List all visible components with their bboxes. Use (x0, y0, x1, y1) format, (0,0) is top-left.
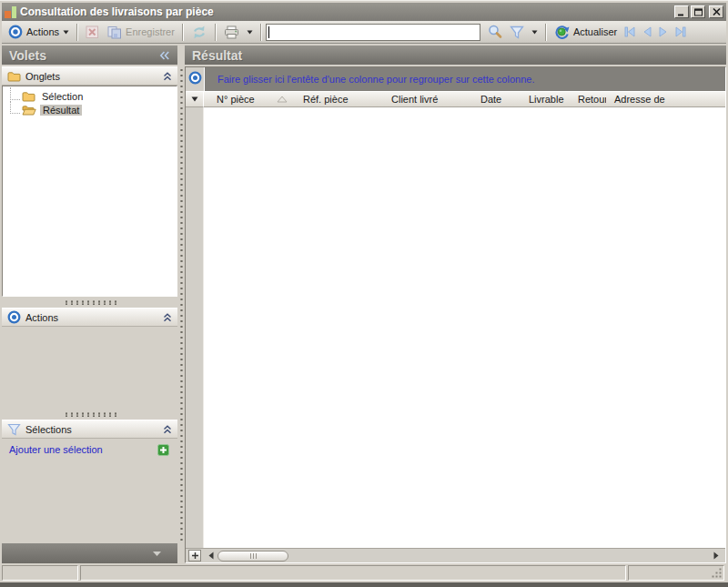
chevron-down-icon (152, 551, 162, 557)
minimize-button[interactable] (674, 5, 689, 18)
section-header-onglets[interactable]: Onglets (2, 66, 177, 86)
scroll-right-button[interactable] (710, 552, 723, 560)
window-title: Consultation des livraisons par pièce (20, 5, 671, 18)
green-plus-icon (157, 444, 169, 456)
double-chevron-up-icon (163, 425, 172, 434)
resize-grip-icon[interactable] (711, 567, 723, 579)
sync-button[interactable] (187, 24, 211, 41)
scrollbar-thumb[interactable] (217, 551, 288, 562)
collapse-section-button[interactable] (163, 313, 172, 322)
splitter-grip (64, 412, 116, 417)
scroll-left-button[interactable] (205, 552, 217, 560)
grid-body (186, 107, 725, 548)
column-label: Client livré (391, 94, 438, 105)
tree-item-selection[interactable]: Sélection (10, 89, 177, 103)
tree-item-resultat[interactable]: Résultat (10, 103, 177, 116)
column-header-retour[interactable]: Retour (570, 92, 606, 107)
double-chevron-up-icon (163, 313, 172, 322)
column-header-client-livre[interactable]: Client livré (383, 92, 472, 107)
column-label: Retour (578, 94, 606, 105)
nav-next-button[interactable] (655, 25, 672, 39)
nav-last-icon (674, 26, 687, 37)
nav-last-button[interactable] (672, 25, 690, 39)
close-button[interactable] (709, 5, 723, 18)
window-bottom-border (0, 582, 728, 587)
arrow-right-icon (713, 552, 720, 560)
collapse-section-button[interactable] (163, 72, 172, 81)
thumb-grip (256, 553, 257, 559)
close-icon (713, 8, 721, 15)
horizontal-splitter[interactable] (2, 409, 177, 420)
grid-rows-area[interactable] (204, 107, 725, 548)
chevron-down-icon (63, 30, 69, 35)
search-box (266, 24, 480, 41)
grid-options-button[interactable] (186, 67, 204, 91)
status-bar (2, 563, 726, 582)
filter-options-button[interactable] (528, 28, 541, 36)
column-headers: N° pièce Réf. pièce Client livré (204, 92, 725, 107)
column-label: N° pièce (217, 94, 255, 105)
arrow-down-icon (191, 96, 198, 102)
delete-icon (86, 25, 99, 39)
delete-button[interactable] (82, 24, 103, 41)
toolbar-separator (545, 24, 547, 41)
column-header-ref-piece[interactable]: Réf. pièce (295, 92, 383, 107)
refresh-button[interactable]: Actualiser (551, 23, 621, 41)
save-icon (106, 25, 122, 39)
refresh-label: Actualiser (573, 26, 617, 37)
nav-first-button[interactable] (621, 25, 639, 39)
tree-item-label: Résultat (40, 105, 82, 116)
chevron-down-icon (247, 30, 253, 35)
result-grid: Faire glisser ici l'entête d'une colonne… (185, 66, 726, 563)
section-header-actions[interactable]: Actions (2, 308, 177, 327)
filter-button[interactable] (506, 24, 528, 41)
section-header-selections[interactable]: Sélections (2, 420, 177, 439)
plus-icon (191, 552, 199, 560)
add-selection-button[interactable] (157, 444, 169, 456)
funnel-icon (510, 25, 524, 39)
column-header-adresse[interactable]: Adresse de (606, 92, 725, 107)
search-button[interactable] (484, 23, 506, 41)
sidebar-panel: Volets Onglets (2, 46, 177, 563)
row-indicator-header[interactable] (186, 92, 204, 107)
print-options-button[interactable] (243, 28, 257, 36)
grid-header-row: N° pièce Réf. pièce Client livré (186, 91, 725, 107)
add-selection-row: Ajouter une sélection (2, 439, 177, 460)
splitter-grip (180, 67, 183, 543)
printer-icon (224, 25, 239, 39)
add-row-button[interactable] (188, 550, 201, 562)
column-header-date[interactable]: Date (472, 92, 521, 107)
nav-previous-button[interactable] (639, 25, 655, 39)
group-by-hint: Faire glisser ici l'entête d'une colonne… (217, 74, 534, 85)
bullseye-icon (7, 310, 21, 324)
bullseye-icon (8, 25, 23, 39)
horizontal-scrollbar (186, 548, 725, 562)
app-window: Consultation des livraisons par pièce Ac… (0, 0, 728, 587)
actions-menu-button[interactable]: Actions (5, 23, 73, 41)
status-section-left (2, 565, 78, 581)
column-header-livrable[interactable]: Livrable (521, 92, 570, 107)
status-section-middle (80, 565, 626, 581)
splitter-grip (64, 300, 116, 305)
nav-next-icon (658, 26, 669, 37)
funnel-icon (7, 423, 21, 436)
tree-connector (10, 101, 20, 114)
collapse-section-button[interactable] (163, 425, 172, 434)
horizontal-splitter[interactable] (2, 297, 177, 308)
sidebar-footer-bar[interactable] (2, 543, 177, 563)
column-header-no-piece[interactable]: N° pièce (204, 92, 295, 107)
app-icon-green (12, 6, 16, 18)
actions-menu-label: Actions (26, 26, 59, 37)
selections-section-body (2, 460, 177, 543)
add-selection-link[interactable]: Ajouter une sélection (9, 444, 103, 455)
collapse-sidebar-button[interactable] (159, 51, 170, 60)
thumb-grip (250, 553, 251, 559)
magnifier-icon (488, 25, 502, 39)
group-by-bar[interactable]: Faire glisser ici l'entête d'une colonne… (204, 67, 725, 91)
maximize-button[interactable] (691, 5, 705, 18)
search-input[interactable] (269, 25, 478, 39)
folder-open-icon (22, 104, 36, 116)
print-button[interactable] (220, 24, 243, 41)
sidebar-resize-splitter[interactable] (177, 46, 185, 563)
save-button[interactable]: Enregistrer (103, 24, 178, 41)
